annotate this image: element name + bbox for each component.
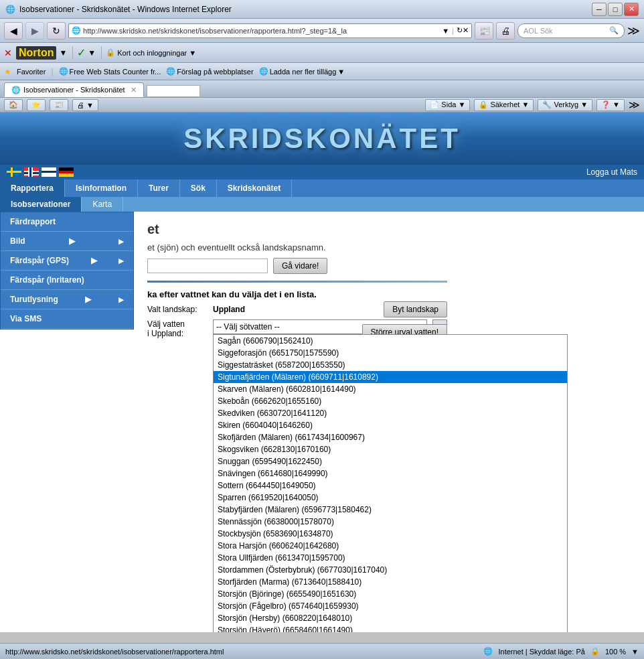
norton-dropdown-arrow[interactable]: ▼ — [59, 48, 67, 58]
left-dropdown-menu: Färdrapport Bild ▶ Färdspår (GPS) ▶ Färd… — [0, 212, 134, 330]
tab-search-input[interactable] — [147, 85, 200, 97]
print-button[interactable]: 🖨 — [496, 22, 515, 40]
dropdown-item-9[interactable]: Skogsviken (6628130|1670160) — [214, 443, 567, 455]
left-menu-bild[interactable]: Bild ▶ — [1, 232, 133, 251]
dropdown-item-10[interactable]: Snuggan (6595490|1622450) — [214, 455, 567, 467]
dropdown-item-14[interactable]: Stabyfjärden (Mälaren) (6596773|1580462) — [214, 504, 567, 516]
favorites-button[interactable]: ⭐ — [27, 99, 46, 111]
kortoch-button[interactable]: 🔒 Kort och inloggningar ▼ — [106, 48, 196, 57]
back-button[interactable]: ◀ — [4, 22, 23, 40]
address-icon: 🌐 — [72, 26, 81, 35]
ga-vidare-button-1[interactable]: Gå vidare! — [273, 258, 327, 274]
dropdown-item-6[interactable]: Skedviken (6630720|1641120) — [214, 407, 567, 419]
print-nav-button[interactable]: 🖨 ▼ — [72, 99, 98, 111]
dropdown-item-16[interactable]: Stockbysjön (6583690|1634870) — [214, 528, 567, 540]
nav-turer[interactable]: Turer — [138, 179, 180, 197]
status-url: http://www.skridsko.net/skridskonet/isob… — [5, 648, 478, 656]
flag-sweden[interactable] — [7, 167, 21, 177]
dropdown-item-1[interactable]: Siggeforasjön (6651750|1575590) — [214, 347, 567, 359]
step-text-input[interactable] — [147, 259, 268, 273]
fav-dropdown-2[interactable]: ▼ — [337, 68, 345, 76]
left-menu-fardrapport[interactable]: Färdrapport — [1, 212, 133, 232]
flag-germany[interactable] — [59, 167, 74, 177]
dropdown-item-21[interactable]: Storsjön (Björinge) (6655490|1651630) — [214, 588, 567, 600]
address-refresh-icon[interactable]: ↻ — [457, 26, 463, 35]
feed-button[interactable]: 📰 — [50, 99, 68, 111]
favorites-item-0[interactable]: 🌐 Free Web Stats Counter fr... — [59, 67, 161, 76]
address-stop-icon[interactable]: ✕ — [463, 26, 469, 35]
tab-isobservationer[interactable]: 🌐 Isobservationer - Skridskonätet ✕ — [4, 82, 144, 97]
dropdown-item-15[interactable]: Stennässjön (6638000|1578070) — [214, 516, 567, 528]
dropdown-item-0[interactable]: Sagån (6606790|1562410) — [214, 335, 567, 347]
dropdown-item-20[interactable]: Storfjärden (Marma) (6713640|1588410) — [214, 576, 567, 588]
dropdown-item-13[interactable]: Sparren (6619520|1640050) — [214, 492, 567, 504]
minimize-button[interactable]: ─ — [592, 3, 607, 16]
rss-button[interactable]: 📰 — [475, 22, 493, 40]
nav-isinformation[interactable]: Isinformation — [65, 179, 138, 197]
dropdown-list[interactable]: Sagån (6606790|1562410) Siggeforasjön (6… — [213, 334, 568, 632]
kortoch-dropdown-arrow[interactable]: ▼ — [189, 49, 196, 57]
dropdown-item-5[interactable]: Skeboån (6662620|1655160) — [214, 395, 567, 407]
tools-button[interactable]: 🔧 Verktyg ▼ — [538, 99, 592, 111]
logout-label[interactable]: Logga ut Mats — [586, 167, 637, 177]
security-button[interactable]: 🔒 Säkerhet ▼ — [474, 99, 534, 111]
favorites-label[interactable]: Favoriter — [17, 68, 46, 76]
maximize-button[interactable]: □ — [608, 3, 623, 16]
dropdown-item-7[interactable]: Skiren (6604040|1646260) — [214, 419, 567, 431]
dropdown-item-18[interactable]: Stora Ullfjärden (6613470|1595700) — [214, 552, 567, 564]
dropdown-item-2[interactable]: Siggestaträsket (6587200|1653550) — [214, 359, 567, 371]
left-menu-fardspar-inritaren[interactable]: Färdspår (Inritaren) — [1, 271, 133, 290]
status-zoom-dropdown[interactable]: ▼ — [631, 648, 639, 656]
nav-rapportera[interactable]: Rapportera — [0, 179, 65, 197]
title-bar: 🌐 Isobservationer - Skridskonätet - Wind… — [0, 0, 644, 19]
search-options-icon[interactable]: ≫ — [627, 23, 640, 38]
nav-sok[interactable]: Sök — [180, 179, 217, 197]
status-zoom-label: 100 % — [605, 648, 626, 656]
dropdown-item-23[interactable]: Storsjön (Hersby) (6608220|1648010) — [214, 612, 567, 624]
nav-skridskonatet[interactable]: Skridskonätet — [217, 179, 292, 197]
address-bar[interactable]: 🌐 http://www.skridsko.net/skridskonet/is… — [68, 23, 472, 38]
step-description: et (sjön) och eventuellt också landskaps… — [147, 242, 447, 252]
left-menu-fardspar-gps[interactable]: Färdspår (GPS) ▶ — [1, 251, 133, 271]
favorites-item-2[interactable]: 🌐 Ladda ner fler tillägg ▼ — [259, 67, 345, 76]
left-menu-turutlysning[interactable]: Turutlysning ▶ — [1, 290, 133, 309]
norton-logo[interactable]: Norton — [16, 46, 56, 60]
sub-karta[interactable]: Karta — [82, 197, 123, 212]
main-content: SKRIDSKONÄTET Logga ut Mats Rapportera I… — [0, 113, 644, 632]
sub-isobservationer[interactable]: Isobservationer — [0, 197, 82, 212]
site-title: SKRIDSKONÄTET — [10, 123, 634, 155]
checkmark-icon: ✓ — [77, 46, 86, 59]
left-menu-via-sms[interactable]: Via SMS — [1, 309, 133, 329]
site-top-bar: Logga ut Mats — [0, 165, 644, 179]
dropdown-item-12[interactable]: Sottern (6644450|1649050) — [214, 480, 567, 492]
status-zone-label: Internet | Skyddat läge: På — [498, 648, 584, 656]
search-submit-button[interactable]: 🔍 — [609, 26, 619, 35]
dropdown-item-11[interactable]: Snävingen (6614680|1649990) — [214, 467, 567, 480]
search-placeholder: AOL Sök — [524, 27, 609, 35]
byt-landskap-button[interactable]: Byt landskap — [384, 301, 447, 317]
close-button[interactable]: ✕ — [624, 3, 639, 16]
dropdown-item-3[interactable]: Sigtunafjärden (Mälaren) (6609711|161089… — [214, 371, 567, 383]
favorites-item-1[interactable]: 🌐 Förslag på webbplatser — [166, 67, 253, 76]
page-button[interactable]: 📄 Sida ▼ — [425, 99, 470, 111]
forward-button[interactable]: ▶ — [25, 22, 44, 40]
dropdown-item-19[interactable]: Stordammen (Österbybruk) (6677030|161704… — [214, 564, 567, 576]
flag-finland[interactable] — [42, 167, 56, 177]
checkmark-dropdown[interactable]: ▼ — [88, 48, 96, 58]
address-dropdown-arrow[interactable]: ▼ — [442, 27, 449, 35]
flag-norway[interactable] — [24, 167, 39, 177]
tab-close-icon[interactable]: ✕ — [131, 86, 137, 94]
expand-icon[interactable]: ≫ — [629, 98, 640, 111]
valt-landskap-label: Valt landskap: — [147, 305, 208, 314]
help-button[interactable]: ❓ ▼ — [596, 99, 625, 111]
dropdown-item-17[interactable]: Stora Harsjön (6606240|1642680) — [214, 540, 567, 552]
flag-icons — [7, 167, 586, 177]
fav-icon-2: 🌐 — [259, 67, 268, 76]
home-button[interactable]: 🏠 — [4, 99, 23, 111]
dropdown-item-8[interactable]: Skofjärden (Mälaren) (6617434|1600967) — [214, 431, 567, 443]
dropdown-item-22[interactable]: Storsjön (Fågelbro) (6574640|1659930) — [214, 600, 567, 612]
dropdown-item-24[interactable]: Storsjön (Häverö) (6658460|1661490) — [214, 624, 567, 632]
refresh-button[interactable]: ↻ — [47, 22, 66, 40]
browser-icon: 🌐 — [5, 5, 15, 14]
dropdown-item-4[interactable]: Skarven (Mälaren) (6602810|1614490) — [214, 383, 567, 395]
